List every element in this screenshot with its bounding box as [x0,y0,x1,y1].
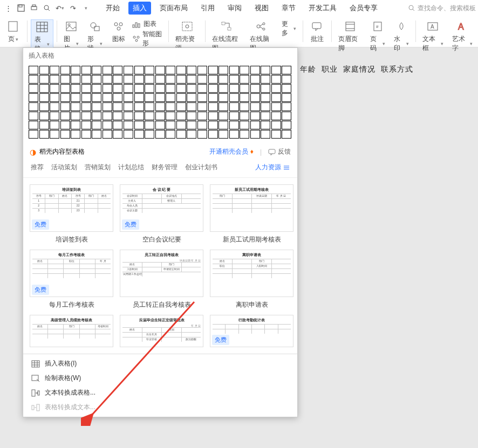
tab-dev[interactable]: 开发工具 [304,2,341,15]
grid-cell[interactable] [176,121,186,129]
grid-cell[interactable] [240,66,249,74]
grid-cell[interactable] [250,75,260,84]
grid-cell[interactable] [271,102,281,111]
grid-cell[interactable] [124,75,133,84]
grid-cell[interactable] [39,112,49,120]
grid-cell[interactable] [60,93,70,102]
grid-cell[interactable] [197,93,207,102]
grid-cell[interactable] [240,93,249,102]
grid-cell[interactable] [39,93,49,102]
grid-cell[interactable] [145,93,154,102]
grid-cell[interactable] [282,130,291,139]
grid-cell[interactable] [50,102,59,111]
grid-cell[interactable] [166,84,175,93]
grid-cell[interactable] [92,93,101,102]
grid-cell[interactable] [176,130,186,139]
grid-cell[interactable] [145,112,154,120]
grid-cell[interactable] [134,121,144,129]
grid-cell[interactable] [166,66,175,74]
grid-cell[interactable] [39,66,49,74]
wordart-button[interactable]: A 艺术字▾ [449,19,476,53]
grid-cell[interactable] [229,130,239,139]
grid-cell[interactable] [103,121,112,129]
grid-cell[interactable] [92,121,101,129]
grid-cell[interactable] [218,93,228,102]
grid-cell[interactable] [81,102,91,111]
grid-cell[interactable] [261,102,270,111]
grid-cell[interactable] [261,75,270,84]
grid-cell[interactable] [218,75,228,84]
menu-draw-table[interactable]: 绘制表格(W) [23,371,297,385]
grid-cell[interactable] [155,66,165,74]
grid-cell[interactable] [271,75,281,84]
grid-cell[interactable] [29,66,38,74]
template-card[interactable]: 离职申请表 姓名部门 职位入职时间 离职申请表 [210,250,293,309]
grid-cell[interactable] [71,84,80,93]
grid-cell[interactable] [103,93,112,102]
grid-cell[interactable] [166,93,175,102]
grid-cell[interactable] [60,130,70,139]
grid-cell[interactable] [124,66,133,74]
grid-cell[interactable] [81,130,91,139]
grid-cell[interactable] [50,121,59,129]
grid-cell[interactable] [250,121,260,129]
grid-cell[interactable] [29,84,38,93]
grid-cell[interactable] [50,84,59,93]
grid-cell[interactable] [187,75,196,84]
grid-cell[interactable] [113,84,122,93]
grid-cell[interactable] [60,112,70,120]
grid-cell[interactable] [134,112,144,120]
icon-button[interactable]: 图标 [108,19,129,44]
grid-cell[interactable] [50,66,59,74]
grid-cell[interactable] [187,66,196,74]
grid-cell[interactable] [218,66,228,74]
tab-chapter[interactable]: 章节 [277,2,300,15]
grid-cell[interactable] [39,75,49,84]
grid-cell[interactable] [250,93,260,102]
print-icon[interactable] [28,2,40,14]
search-input[interactable]: 查找命令、搜索模板 [408,4,476,13]
grid-cell[interactable] [50,75,59,84]
grid-cell[interactable] [176,66,186,74]
chart-button[interactable]: 图表 [132,19,166,29]
grid-cell[interactable] [113,130,122,139]
grid-cell[interactable] [197,66,207,74]
grid-cell[interactable] [39,84,49,93]
grid-cell[interactable] [250,66,260,74]
grid-cell[interactable] [271,93,281,102]
grid-cell[interactable] [197,112,207,120]
preview-icon[interactable] [41,2,53,14]
grid-cell[interactable] [261,66,270,74]
grid-cell[interactable] [39,130,49,139]
grid-cell[interactable] [113,121,122,129]
grid-cell[interactable] [261,130,270,139]
undo-icon[interactable]: ↶▾ [54,2,66,14]
grid-cell[interactable] [229,93,239,102]
cat-startup[interactable]: 创业计划书 [185,163,217,172]
grid-cell[interactable] [240,84,249,93]
grid-cell[interactable] [229,112,239,120]
qat-more-icon[interactable]: ▾ [80,2,92,14]
template-card[interactable]: 应届毕业生转正定级审批表 年 月 日 姓名性别 出生年月 毕业学校政治面貌 [120,315,203,347]
grid-cell[interactable] [282,121,291,129]
grid-cell[interactable] [166,102,175,111]
grid-cell[interactable] [187,112,196,120]
headerfooter-button[interactable]: 页眉页脚 [335,19,365,53]
grid-cell[interactable] [208,112,218,120]
grid-cell[interactable] [208,75,218,84]
grid-cell[interactable] [271,66,281,74]
tab-member[interactable]: 会员专享 [345,2,382,15]
comment-button[interactable]: 批注 [306,19,328,44]
grid-cell[interactable] [166,112,175,120]
grid-cell[interactable] [113,102,122,111]
cat-recommend[interactable]: 推荐 [31,163,44,172]
feedback-button[interactable]: 反馈 [268,147,291,156]
grid-cell[interactable] [271,112,281,120]
grid-cell[interactable] [187,102,196,111]
grid-cell[interactable] [197,102,207,111]
grid-cell[interactable] [218,84,228,93]
grid-cell[interactable] [197,130,207,139]
grid-cell[interactable] [60,75,70,84]
grid-cell[interactable] [261,93,270,102]
grid-cell[interactable] [145,75,154,84]
